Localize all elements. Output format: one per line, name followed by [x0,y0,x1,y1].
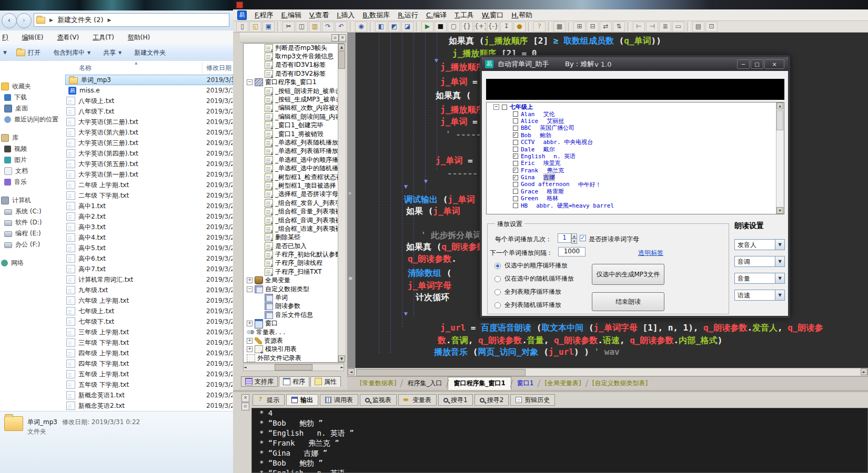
editor-tab[interactable]: [自定义数据类型表] [587,377,653,389]
scrollbar-thumb[interactable] [356,369,526,376]
sidebar-item[interactable]: 编程 (E:) [0,228,65,239]
file-row[interactable]: 单词_mp32019/3/31 [65,75,233,85]
word-row[interactable]: HBabbr. 硬黑=heavy barrel [487,202,773,209]
unchecked-checkbox[interactable] [513,196,518,201]
section-marker-icon[interactable]: ≡ [348,275,352,281]
file-row[interactable]: 二年级 下学期.txt2019/3/27 [65,190,233,201]
save-icon[interactable]: ▣ [263,22,275,32]
tree-item[interactable]: −窗口程序集_窗口1 [244,78,344,87]
tree-item[interactable]: +模块引用表 [244,345,344,354]
scrollbar-thumb[interactable] [338,51,345,69]
ide-menu-item[interactable]: E.编辑 [281,11,301,20]
scroll-left-icon[interactable]: ◄ [244,365,246,369]
tree-horizontal-scrollbar[interactable]: ◄ ► [243,364,344,371]
sidebar-item[interactable]: 软件 (D:) [0,217,65,228]
sidebar-item[interactable]: 库 [0,132,65,143]
transparent-label-link[interactable]: 透明标签 [638,249,663,258]
scroll-right-icon[interactable]: ► [861,368,867,375]
output-tab-搜寻2[interactable]: 搜寻2 [475,394,509,406]
explorer-menu-item[interactable]: 查看(V) [57,33,79,42]
output-restore-icon[interactable]: ▫ [241,403,249,410]
table-icon[interactable]: ▤ [692,22,704,32]
paste-icon[interactable]: ▥ [309,22,321,32]
ide-menu-item[interactable]: B.数据库 [362,11,390,20]
tree-item[interactable]: 取mp3文件音频信息 [244,52,344,60]
file-row[interactable]: 高中2.txt2019/3/27 [65,211,233,222]
tree-item[interactable]: _选择框_是否拼读字母_ [244,190,344,199]
word-group-row[interactable]: −七年级上 [487,104,773,110]
sidebar-item[interactable]: 网络 [0,258,65,269]
word-row[interactable]: Good afternoon中午好！ [487,181,773,188]
group-checkbox[interactable] [502,105,507,110]
ide-menu-item[interactable]: V.查看 [309,11,329,20]
step-out-icon[interactable]: {-} [487,22,499,32]
tree-item[interactable]: 子程序_初始化默认参数 [244,250,344,259]
unchecked-checkbox[interactable] [513,118,518,124]
editor-tab[interactable]: 程序集_入口 [402,377,447,389]
scroll-down-icon[interactable]: ▼ [338,355,345,362]
tree-item[interactable]: _单选框_列表循环播放 [244,147,344,156]
ide-menu-item[interactable]: I.插入 [337,11,355,20]
organize-button-clipped[interactable]: ▼ [0,50,10,55]
sidebar-item[interactable]: 视频 [0,143,65,155]
times-spinner[interactable]: ▲▼ [571,233,577,243]
ide-menu-item[interactable]: T.工具 [455,11,474,20]
file-row[interactable]: 高中3.txt2019/3/27 [65,222,233,232]
sort-icon[interactable]: ⇅ [613,22,625,32]
word-row[interactable]: Grace格雷斯 [487,188,773,195]
word-list-scrollbar[interactable]: ▲ ▼ [776,102,784,214]
editor-tab[interactable]: 窗口1 [512,377,539,389]
unchecked-checkbox[interactable] [513,147,518,152]
forward-button[interactable]: › [16,13,32,28]
file-row[interactable]: 新概念英语2.txt2019/3/27 [65,400,233,411]
toolbar-button[interactable]: 新建文件夹 [128,44,172,61]
tree-item[interactable]: _组合框_语速_列表项被 [244,224,344,233]
tree-item[interactable]: _窗口1_将被销毁 [244,130,344,138]
file-row[interactable]: 七年级下.txt2019/3/27 [65,316,233,327]
collapse-icon[interactable]: − [247,286,253,292]
word-row[interactable]: Frank弗兰克 [487,167,773,174]
unchecked-checkbox[interactable] [513,189,518,194]
checked-checkbox[interactable] [513,132,518,138]
generate-mp3-button[interactable]: 仅选中的生成MP3文件 [592,264,664,285]
ide-menu-item[interactable]: H.帮助 [511,11,532,20]
word-row[interactable]: Englishn. 英语 [487,153,773,160]
word-row[interactable]: Green格林 [487,195,773,202]
ide-menu-item[interactable]: W.窗口 [482,11,504,20]
sidebar-item[interactable]: 收藏夹 [0,81,65,92]
bracket-left-icon[interactable]: ⊢ [633,22,645,32]
tree-item[interactable]: _按钮_生成MP3_被单击 [244,95,344,104]
expression-icon[interactable]: ▭ [672,22,684,32]
file-row[interactable]: 三年级 上学期.txt2019/3/27 [65,327,233,337]
sidebar-item[interactable]: 系统 (C:) [0,206,65,217]
debug-window-icon[interactable]: ▢ [448,22,460,32]
tree-item[interactable]: 常量表. . . [244,328,344,336]
tree-item[interactable]: +资源表 [244,336,344,345]
scrollbar-thumb[interactable] [275,364,312,371]
output-tab-变量表[interactable]: 变量表 [398,394,437,406]
file-row[interactable]: 高中7.txt2019/3/27 [65,264,233,274]
combo-音调[interactable]: 音调▼ [734,256,785,267]
copy-icon[interactable]: ◫ [296,22,308,32]
tree-item[interactable]: 外部文件记录表 [244,354,344,362]
maximize-button[interactable]: □ [751,59,763,69]
ide-menu-item[interactable]: R.运行 [398,11,418,20]
unchecked-checkbox[interactable] [513,126,518,131]
toolbar-button[interactable]: 共享▼ [97,44,128,61]
word-row[interactable]: Alice艾丽丝 [487,118,773,125]
file-row[interactable]: 五年级 上学期.txt2019/3/27 [65,369,233,379]
minimize-button[interactable]: ─ [737,59,750,69]
output-tab-提示[interactable]: 提示 [253,394,285,406]
output-tab-调用表[interactable]: 调用表 [320,394,358,406]
expand-icon[interactable]: + [247,346,253,352]
comment-icon[interactable]: ≣ [659,22,671,32]
word-row[interactable]: Dale戴尔 [487,146,773,152]
tree-item[interactable]: _窗口1_创建完毕 [244,121,344,130]
tree-item[interactable]: 单词 [244,293,344,302]
output-tab-搜寻1[interactable]: 搜寻1 [438,394,473,406]
swap-icon[interactable]: ⇄ [600,22,612,32]
sidebar-item[interactable]: 办公 (F:) [0,239,65,250]
file-row[interactable]: 高中4.txt2019/3/27 [65,232,233,243]
file-row[interactable]: 四年级 下学期.txt2019/3/27 [65,358,233,369]
radio-selected-icon[interactable] [494,263,501,269]
